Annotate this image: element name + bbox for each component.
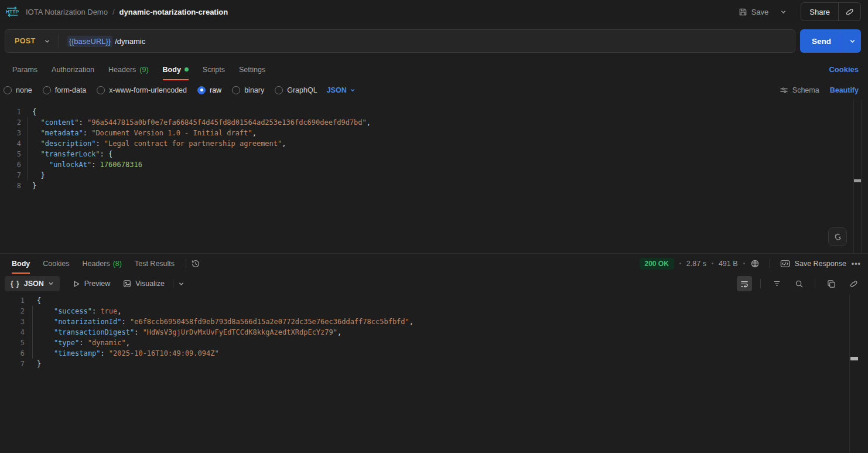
network-globe-icon[interactable]	[750, 259, 760, 268]
body-type-row: none form-data x-www-form-urlencoded raw…	[0, 80, 868, 100]
response-history-icon[interactable]	[191, 259, 200, 268]
scrollbar-thumb[interactable]	[850, 357, 858, 360]
visualize-button[interactable]: Visualize	[123, 280, 165, 288]
radio-icon	[232, 86, 240, 94]
breadcrumb-collection[interactable]: IOTA Notarization Demo	[26, 8, 108, 16]
request-body-editor[interactable]: 1{2 "content": "96a5447815a0bf0e7efa6684…	[0, 100, 868, 253]
dot-separator	[743, 263, 745, 264]
body-type-right-actions: Schema Beautify	[780, 86, 859, 94]
url-input-container: POST {{baseURL}} /dynamic	[5, 29, 795, 53]
share-button[interactable]: Share	[801, 8, 838, 16]
body-type-urlencoded[interactable]: x-www-form-urlencoded	[97, 86, 187, 94]
code-line: 5 "transferLock": {	[0, 149, 868, 159]
code-line: 4 "description": "Legal contract for par…	[0, 138, 868, 149]
url-input[interactable]: /dynamic	[115, 37, 145, 46]
code-line: 3 "notarizationId": "e6f8ccb6950458fd9eb…	[0, 316, 868, 327]
body-type-form-data[interactable]: form-data	[43, 86, 87, 94]
headers-count: (9)	[139, 66, 148, 74]
send-button-group: Send	[800, 29, 861, 53]
response-meta: 200 OK 2.87 s 491 B Save	[640, 258, 862, 270]
response-header: Body Cookies Headers(8) Test Results 200…	[0, 253, 868, 273]
response-toolbar: { } JSON Preview Visualize	[0, 273, 868, 294]
method-chevron-icon[interactable]	[44, 38, 59, 45]
request-body-code[interactable]: 1{2 "content": "96a5447815a0bf0e7efa6684…	[0, 107, 868, 191]
play-icon	[73, 280, 80, 288]
radio-icon	[43, 86, 51, 94]
code-line: 2 "content": "96a5447815a0bf0e7efa66845f…	[0, 117, 868, 128]
response-body-viewer[interactable]: 1{2 "success": true,3 "notarizationId": …	[0, 294, 868, 453]
tab-body[interactable]: Body	[156, 59, 196, 80]
code-line: 6 "unlockAt": 1760678316	[0, 159, 868, 170]
body-type-none[interactable]: none	[4, 86, 32, 94]
beautify-button[interactable]: Beautify	[830, 86, 859, 94]
search-icon[interactable]	[791, 276, 807, 291]
code-line: 1{	[0, 107, 868, 117]
tab-params[interactable]: Params	[5, 59, 45, 80]
preview-button[interactable]: Preview	[73, 280, 110, 288]
tab-headers[interactable]: Headers(9)	[101, 59, 156, 80]
app-window: HTTP IOTA Notarization Demo / dynamic-no…	[0, 0, 868, 453]
response-tab-headers[interactable]: Headers(8)	[76, 254, 128, 274]
copy-link-icon[interactable]	[839, 8, 860, 16]
svg-text:HTTP: HTTP	[6, 9, 19, 15]
response-toolbar-icons	[737, 276, 861, 291]
save-button-label: Save	[751, 8, 769, 16]
image-icon	[123, 280, 131, 288]
http-request-icon: HTTP	[5, 5, 20, 19]
method-selector[interactable]: POST	[5, 37, 44, 45]
body-modified-dot	[184, 67, 189, 71]
response-tab-cookies[interactable]: Cookies	[36, 254, 76, 274]
code-line: 4 "transactionDigest": "HdWsV3gjUrDvMxUv…	[0, 327, 868, 338]
postbot-assistant-button[interactable]	[828, 227, 847, 246]
breadcrumb-request-name[interactable]: dynamic-notarization-creation	[119, 8, 228, 16]
request-tabs: Params Authorization Headers(9) Body Scr…	[0, 59, 868, 80]
status-badge[interactable]: 200 OK	[640, 258, 674, 270]
radio-icon	[275, 86, 283, 94]
more-options-icon[interactable]: •••	[852, 260, 861, 268]
sliders-icon	[780, 86, 788, 94]
code-line: 8}	[0, 180, 868, 191]
cookies-link[interactable]: Cookies	[829, 65, 859, 74]
code-line: 1{	[0, 295, 868, 306]
word-wrap-icon[interactable]	[737, 276, 752, 291]
tab-scripts[interactable]: Scripts	[196, 59, 232, 80]
tab-authorization[interactable]: Authorization	[45, 59, 101, 80]
visualize-chevron-icon[interactable]	[178, 281, 184, 287]
divider	[186, 259, 186, 268]
request-url-row: POST {{baseURL}} /dynamic Send	[0, 23, 868, 59]
filter-icon[interactable]	[769, 276, 784, 291]
schema-button[interactable]: Schema	[780, 86, 819, 94]
save-response-button[interactable]: Save Response	[780, 260, 846, 268]
scrollbar-track	[853, 100, 854, 253]
braces-icon: { }	[11, 280, 20, 288]
response-size[interactable]: 491 B	[719, 260, 738, 268]
code-line: 7 }	[0, 170, 868, 180]
send-button[interactable]: Send	[800, 29, 843, 53]
body-type-graphql[interactable]: GraphQL	[275, 86, 317, 94]
body-type-binary[interactable]: binary	[232, 86, 264, 94]
body-type-raw[interactable]: raw	[197, 86, 221, 94]
copy-icon[interactable]	[823, 276, 839, 291]
url-variable[interactable]: {{baseURL}}	[67, 36, 113, 47]
radio-icon	[97, 86, 105, 94]
url-divider	[59, 34, 59, 48]
dot-separator	[712, 263, 713, 264]
scrollbar-track	[849, 294, 850, 453]
divider	[815, 279, 815, 288]
breadcrumb-separator: /	[112, 8, 115, 16]
save-button[interactable]: Save	[736, 4, 771, 20]
raw-language-selector[interactable]: JSON	[327, 86, 356, 94]
save-options-chevron-icon[interactable]	[777, 5, 790, 19]
response-tab-body[interactable]: Body	[5, 254, 36, 274]
link-icon[interactable]	[846, 276, 861, 291]
response-body-code[interactable]: 1{2 "success": true,3 "notarizationId": …	[0, 295, 868, 369]
scrollbar-thumb[interactable]	[854, 179, 861, 182]
tab-settings[interactable]: Settings	[232, 59, 272, 80]
scrollbar-track	[861, 100, 862, 253]
response-tab-test-results[interactable]: Test Results	[128, 254, 181, 274]
divider	[770, 259, 770, 268]
response-time[interactable]: 2.87 s	[686, 260, 706, 268]
send-options-chevron-icon[interactable]	[843, 29, 861, 53]
response-format-selector[interactable]: { } JSON	[5, 276, 60, 291]
dot-separator	[679, 263, 681, 264]
